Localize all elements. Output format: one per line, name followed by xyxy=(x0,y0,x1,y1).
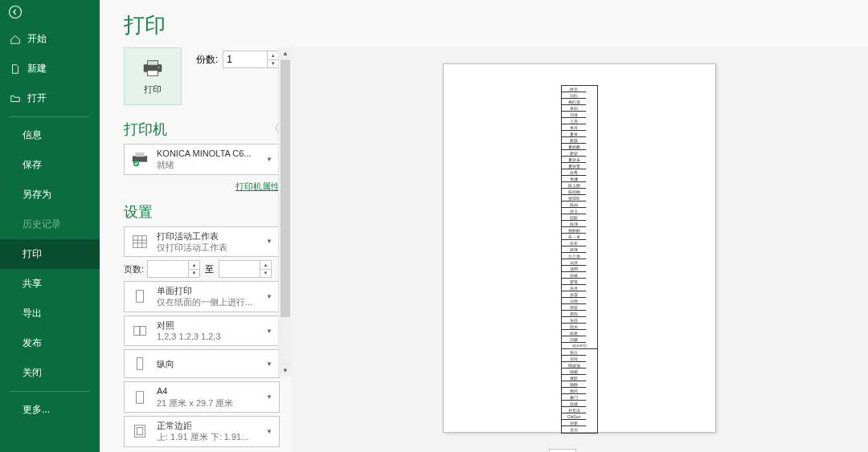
worksheet-icon xyxy=(131,233,149,250)
sidebar-item-history[interactable]: 历史记录 xyxy=(0,210,100,239)
page-number-input[interactable] xyxy=(549,449,576,452)
preview-cell: 赵雄 xyxy=(562,401,586,407)
preview-cell: 周音 xyxy=(562,304,586,311)
printer-name: KONICA MINOLTA C6... xyxy=(157,148,256,159)
sidebar-item-share[interactable]: 共享 xyxy=(0,269,100,299)
back-button[interactable] xyxy=(0,0,100,24)
sidebar-label: 更多... xyxy=(23,403,50,417)
margins-icon xyxy=(131,422,149,440)
preview-cell: 赵杰 xyxy=(562,324,586,330)
spinner-down-icon[interactable]: ▼ xyxy=(189,270,199,278)
preview-cell: 孙斌 xyxy=(562,272,586,279)
sidebar-label: 关闭 xyxy=(23,366,42,380)
preview-cell: 孙意浜 xyxy=(562,407,586,413)
sidebar-item-info[interactable]: 信息 xyxy=(0,120,100,150)
preview-cell: 刘港 xyxy=(562,112,586,118)
preview-cell: 孙秀 xyxy=(562,169,586,176)
spinner-down-icon[interactable]: ▼ xyxy=(268,60,278,68)
scroll-up-icon[interactable]: ▲ xyxy=(279,47,292,60)
svg-rect-6 xyxy=(136,153,145,157)
page-from-input[interactable] xyxy=(147,260,189,278)
svg-rect-9 xyxy=(136,291,143,303)
sidebar-item-saveas[interactable]: 另存为 xyxy=(0,180,100,210)
preview-cell: 蔡钦 xyxy=(562,150,586,157)
preview-cell: ChiSon xyxy=(562,413,586,420)
spinner-up-icon[interactable]: ▲ xyxy=(189,261,199,270)
sidebar-item-home[interactable]: 开始 xyxy=(0,24,100,54)
sidebar-item-new[interactable]: 新建 xyxy=(0,54,100,83)
preview-canvas: 姓名刘欣梅红莲单莉刘港王亮单丹夏蕾蔡薇夏贻麟蔡钦夏铁东夏铁雷孙秀单娜陈玉静陈绍翊… xyxy=(291,47,868,449)
printer-icon xyxy=(141,58,165,79)
duplex-select[interactable]: 单面打印 仅在纸面的一侧上进行... ▼ xyxy=(124,281,280,312)
scrollbar-track[interactable]: ▲ ▼ xyxy=(278,47,291,377)
svg-rect-11 xyxy=(140,327,145,336)
preview-cell: 戴尚 xyxy=(562,388,586,394)
chevron-down-icon: ▼ xyxy=(263,393,276,401)
sidebar-label: 导出 xyxy=(23,307,42,320)
sidebar-item-open[interactable]: 打开 xyxy=(0,83,100,113)
copies-spinner[interactable]: ▲ ▼ xyxy=(223,51,279,68)
page-range-row: 页数: ▲▼ 至 ▲▼ xyxy=(124,260,280,278)
scrollbar-thumb[interactable] xyxy=(280,60,290,317)
preview-cell: 单莉 xyxy=(562,105,586,112)
collate-select[interactable]: 对照 1,2,3 1,2,3 1,2,3 ▼ xyxy=(124,316,280,347)
sidebar-item-close[interactable]: 关闭 xyxy=(0,358,100,388)
chevron-down-icon: ▼ xyxy=(263,238,276,245)
preview-cell: 陈绍翊 xyxy=(562,189,586,195)
preview-cell: 宗玲 xyxy=(562,356,586,362)
sidebar-label: 共享 xyxy=(23,277,42,291)
home-icon xyxy=(10,34,21,45)
svg-point-4 xyxy=(158,66,159,67)
spinner-up-icon[interactable]: ▲ xyxy=(268,51,278,60)
settings-panel: 打印 份数: ▲ ▼ 打印机 xyxy=(100,47,291,452)
svg-rect-12 xyxy=(137,358,142,370)
sidebar-label: 打印 xyxy=(23,247,42,261)
preview-cell: 张芬 xyxy=(562,317,586,324)
pages-label: 页数: xyxy=(124,263,144,275)
printer-select[interactable]: KONICA MINOLTA C6... 就绪 ▼ xyxy=(124,144,280,175)
printer-properties-link[interactable]: 打印机属性 xyxy=(235,181,280,191)
preview-cell: 陈演 xyxy=(562,221,586,227)
copies-label: 份数: xyxy=(196,53,218,67)
spinner-down-icon[interactable]: ▼ xyxy=(260,270,271,278)
separator xyxy=(10,116,90,117)
orientation-select[interactable]: 纵向 ▼ xyxy=(124,349,280,378)
sidebar-label: 保存 xyxy=(23,158,42,172)
svg-rect-13 xyxy=(136,391,143,403)
chevron-down-icon: ▼ xyxy=(263,328,276,335)
preview-cell: 方兰香 xyxy=(562,253,586,259)
preview-cell: 崇方 xyxy=(562,349,586,356)
sidebar-label: 历史记录 xyxy=(23,218,61,231)
preview-cell: 夏铁雷 xyxy=(562,163,586,169)
sidebar-item-save[interactable]: 保存 xyxy=(0,150,100,180)
sidebar-item-publish[interactable]: 发布 xyxy=(0,328,100,358)
preview-cell: 孙新 xyxy=(562,420,586,426)
margins-select[interactable]: 正常边距 上: 1.91 厘米 下: 1.91... ▼ xyxy=(124,416,280,447)
sidebar: 开始 新建 打开 信息 保存 另存为 历史记录 打印 共享 导出 发布 关闭 更… xyxy=(0,0,100,452)
preview-cell: 夏蕾 xyxy=(562,131,586,137)
sidebar-item-print[interactable]: 打印 xyxy=(0,239,100,269)
new-file-icon xyxy=(10,63,21,75)
print-scope-select[interactable]: 打印活动工作表 仅打印活动工作表 ▼ xyxy=(124,226,280,258)
copies-input[interactable] xyxy=(223,51,268,68)
spinner-up-icon[interactable]: ▲ xyxy=(260,261,271,270)
preview-footer: ◀ 共 2 页 ▶ xyxy=(291,449,868,452)
preview-cell: 索门 xyxy=(562,394,586,401)
sidebar-label: 发布 xyxy=(23,336,42,350)
page-from-spinner[interactable]: ▲▼ xyxy=(147,260,200,278)
preview-cell: 陈由 xyxy=(562,202,586,208)
preview-cell: 马洪 xyxy=(562,259,586,266)
preview-cell: 朱军 xyxy=(562,240,586,246)
sidebar-label: 打开 xyxy=(27,92,47,105)
preview-cell: 刘曙 xyxy=(562,336,586,343)
preview-cell: 陆杨 xyxy=(562,369,586,375)
collate-icon xyxy=(131,322,149,340)
sidebar-item-more[interactable]: 更多... xyxy=(0,395,100,425)
paper-size-select[interactable]: A4 21 厘米 x 29.7 厘米 ▼ xyxy=(124,381,280,413)
print-button[interactable]: 打印 xyxy=(124,47,182,105)
scroll-down-icon[interactable]: ▼ xyxy=(279,364,292,377)
sidebar-item-export[interactable]: 导出 xyxy=(0,299,100,328)
page-to-spinner[interactable]: ▲▼ xyxy=(219,260,272,278)
svg-rect-2 xyxy=(147,60,158,65)
page-to-input[interactable] xyxy=(219,260,260,278)
